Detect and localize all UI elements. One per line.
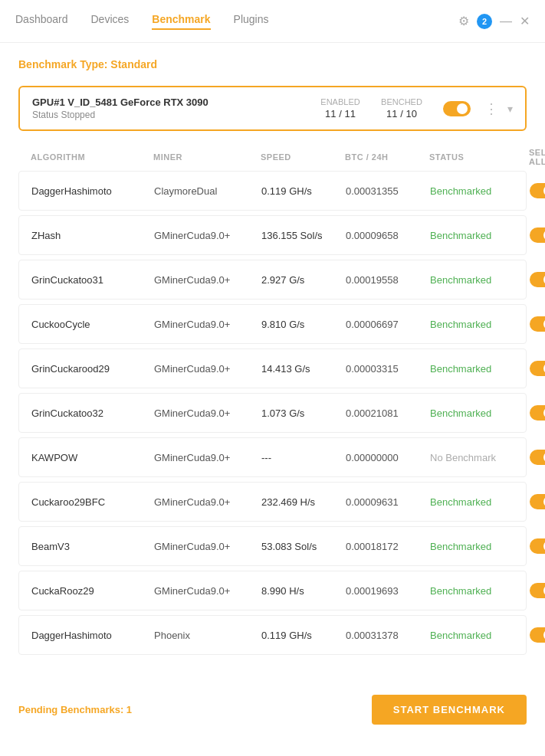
btc-value: 0.00019558	[346, 274, 430, 286]
algo-toggle[interactable]	[530, 272, 545, 287]
status-badge: Benchmarked	[430, 496, 530, 508]
table-row: GrinCuckatoo32 GMinerCuda9.0+ 1.073 G/s …	[18, 393, 527, 433]
nav-controls: ⚙ 2 — ✕	[458, 14, 530, 29]
algo-toggle[interactable]	[530, 583, 545, 598]
miner-name: GMinerCuda9.0+	[154, 407, 261, 419]
table-row: DaggerHashimoto ClaymoreDual 0.119 GH/s …	[18, 171, 527, 211]
row-actions: ⚙	[530, 536, 545, 556]
algo-toggle[interactable]	[530, 538, 545, 554]
speed-value: ---	[261, 452, 346, 463]
tab-devices[interactable]: Devices	[91, 13, 130, 30]
status-badge: Benchmarked	[430, 319, 530, 330]
miner-name: GMinerCuda9.0+	[154, 274, 261, 286]
gpu-enabled-value: 11 / 11	[310, 108, 371, 119]
speed-value: 8.990 H/s	[261, 585, 346, 597]
miner-name: GMinerCuda9.0+	[154, 541, 261, 552]
table-row: ZHash GMinerCuda9.0+ 136.155 Sol/s 0.000…	[18, 215, 527, 255]
row-actions: ⚙	[530, 181, 545, 201]
algorithm-list: DaggerHashimoto ClaymoreDual 0.119 GH/s …	[18, 171, 527, 655]
row-actions: ⚙	[530, 625, 545, 645]
miner-name: Phoenix	[154, 630, 261, 641]
table-row: DaggerHashimoto Phoenix 0.119 GH/s 0.000…	[18, 615, 527, 655]
start-benchmark-button[interactable]: START BENCHMARK	[372, 695, 527, 725]
col-headers: ALGORITHM MINER SPEED BTC / 24H STATUS S…	[18, 143, 527, 171]
btc-value: 0.00000000	[346, 452, 430, 463]
algo-toggle[interactable]	[530, 316, 545, 332]
gpu-actions: ⋮ ▾	[481, 100, 513, 117]
algo-name: ZHash	[31, 230, 154, 241]
table-row: GrinCuckarood29 GMinerCuda9.0+ 14.413 G/…	[18, 349, 527, 388]
algo-toggle[interactable]	[530, 494, 545, 509]
table-row: Cuckaroo29BFC GMinerCuda9.0+ 232.469 H/s…	[18, 482, 527, 522]
speed-value: 1.073 G/s	[261, 407, 346, 419]
col-btc24h: BTC / 24H	[345, 152, 429, 162]
status-badge: Benchmarked	[430, 185, 530, 197]
tab-dashboard[interactable]: Dashboard	[15, 13, 68, 30]
gpu-toggle[interactable]	[443, 101, 471, 116]
miner-name: GMinerCuda9.0+	[154, 363, 261, 375]
algo-name: BeamV3	[31, 541, 154, 552]
algo-name: GrinCuckatoo32	[31, 407, 154, 419]
table-row: KAWPOW GMinerCuda9.0+ --- 0.00000000 No …	[18, 437, 527, 477]
speed-value: 2.927 G/s	[261, 274, 346, 286]
gpu-expand-button[interactable]: ▾	[507, 103, 513, 115]
algo-name: CuckaRooz29	[31, 585, 154, 597]
miner-name: GMinerCuda9.0+	[154, 452, 261, 463]
algo-name: GrinCuckarood29	[31, 363, 154, 375]
notification-badge[interactable]: 2	[477, 14, 492, 29]
gpu-name: GPU#1 V_ID_5481 GeForce RTX 3090	[32, 97, 310, 108]
table-row: CuckooCycle GMinerCuda9.0+ 9.810 G/s 0.0…	[18, 304, 527, 344]
miner-name: GMinerCuda9.0+	[154, 585, 261, 597]
algo-name: Cuckaroo29BFC	[31, 496, 154, 508]
close-icon[interactable]: ✕	[520, 14, 530, 28]
col-miner: MINER	[153, 152, 261, 162]
row-actions: ⚙	[530, 270, 545, 290]
pending-text: Pending Benchmarks: 1	[18, 704, 132, 715]
btc-value: 0.00019693	[346, 585, 430, 597]
col-algorithm: ALGORITHM	[31, 152, 153, 162]
algo-toggle[interactable]	[530, 405, 545, 421]
speed-value: 0.119 GH/s	[261, 630, 346, 641]
speed-value: 0.119 GH/s	[261, 185, 346, 197]
algo-name: KAWPOW	[31, 452, 154, 463]
row-actions: ⚙	[530, 581, 545, 601]
speed-value: 232.469 H/s	[261, 496, 346, 508]
row-actions: ⚙	[530, 225, 545, 245]
algo-toggle[interactable]	[530, 627, 545, 643]
speed-value: 136.155 Sol/s	[261, 230, 346, 241]
table-row: CuckaRooz29 GMinerCuda9.0+ 8.990 H/s 0.0…	[18, 571, 527, 610]
gpu-benched-col: BENCHED 11 / 10	[371, 97, 432, 119]
miner-name: GMinerCuda9.0+	[154, 496, 261, 508]
algo-name: DaggerHashimoto	[31, 185, 154, 197]
tab-plugins[interactable]: Plugins	[234, 13, 269, 30]
miner-name: GMinerCuda9.0+	[154, 319, 261, 330]
row-actions: ⚙	[530, 492, 545, 512]
btc-value: 0.00006697	[346, 319, 430, 330]
status-badge: No Benchmark	[430, 452, 530, 463]
row-actions: ⚙	[530, 358, 545, 378]
btc-value: 0.00031378	[346, 630, 430, 641]
nav-tabs: Dashboard Devices Benchmark Plugins	[15, 13, 458, 30]
settings-icon[interactable]: ⚙	[458, 14, 469, 28]
btc-value: 0.00021081	[346, 407, 430, 419]
speed-value: 14.413 G/s	[261, 363, 346, 375]
col-select-all: SELECT ALL	[529, 148, 545, 166]
table-row: BeamV3 GMinerCuda9.0+ 53.083 Sol/s 0.000…	[18, 526, 527, 566]
miner-name: ClaymoreDual	[154, 185, 261, 197]
algo-name: GrinCuckatoo31	[31, 274, 154, 286]
tab-benchmark[interactable]: Benchmark	[152, 13, 210, 30]
algo-name: DaggerHashimoto	[31, 630, 154, 641]
gpu-more-button[interactable]: ⋮	[481, 100, 501, 117]
algo-toggle[interactable]	[530, 183, 545, 198]
algo-toggle[interactable]	[530, 450, 545, 465]
top-nav: Dashboard Devices Benchmark Plugins ⚙ 2 …	[0, 0, 545, 43]
col-status: STATUS	[429, 152, 529, 162]
algo-toggle[interactable]	[530, 361, 545, 376]
gpu-card: GPU#1 V_ID_5481 GeForce RTX 3090 Status …	[18, 86, 527, 131]
speed-value: 9.810 G/s	[261, 319, 346, 330]
gpu-benched-value: 11 / 10	[371, 108, 432, 119]
minimize-icon[interactable]: —	[500, 15, 512, 28]
btc-value: 0.00009658	[346, 230, 430, 241]
row-actions: ⚙	[530, 314, 545, 334]
algo-toggle[interactable]	[530, 227, 545, 243]
